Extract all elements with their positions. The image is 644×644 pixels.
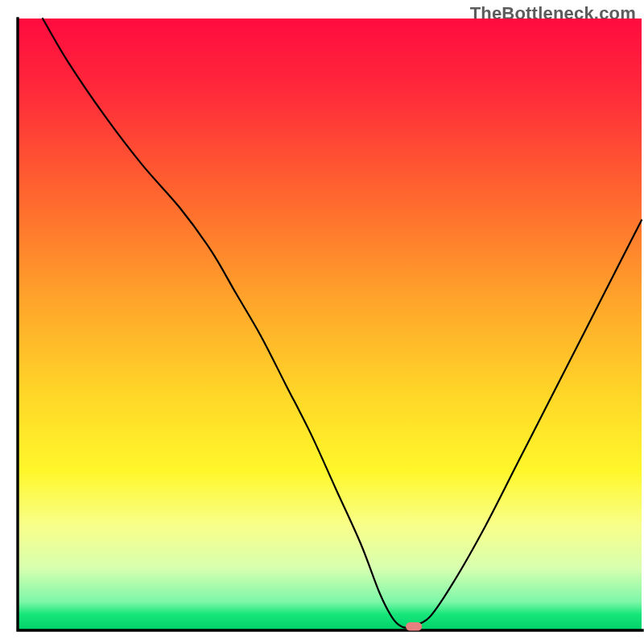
plot-background [18,19,642,630]
bottleneck-chart [0,0,644,644]
optimal-marker [406,622,422,631]
chart-container: TheBottleneck.com [0,0,644,644]
